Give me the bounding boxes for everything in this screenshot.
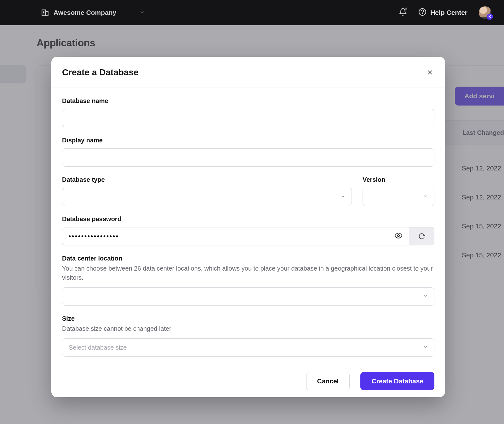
database-password-input[interactable]: [62, 227, 409, 245]
database-password-label: Database password: [62, 215, 434, 223]
size-select[interactable]: Select database size: [62, 338, 434, 357]
size-label: Size: [62, 315, 434, 322]
svg-rect-1: [45, 12, 48, 15]
close-button[interactable]: [426, 68, 434, 77]
help-center-button[interactable]: Help Center: [418, 8, 467, 18]
data-center-location-select[interactable]: [62, 287, 434, 306]
avatar-badge: K: [487, 14, 493, 20]
modal-title: Create a Database: [62, 67, 139, 77]
version-label: Version: [363, 176, 434, 183]
size-placeholder: Select database size: [69, 344, 127, 351]
version-select[interactable]: [363, 188, 434, 206]
help-center-label: Help Center: [430, 9, 467, 16]
topbar-right: Help Center K: [399, 6, 491, 19]
help-icon: [418, 8, 427, 18]
database-type-select[interactable]: [62, 188, 352, 206]
svg-point-6: [422, 13, 422, 14]
database-name-label: Database name: [62, 97, 434, 105]
company-icon: [41, 9, 49, 17]
company-name: Awesome Company: [54, 9, 116, 16]
database-type-label: Database type: [62, 176, 352, 183]
regenerate-password-button[interactable]: [409, 227, 434, 245]
svg-point-9: [398, 235, 399, 237]
modal-overlay[interactable]: Create a Database Database name Display …: [0, 25, 504, 424]
topbar: Awesome Company Help Center K: [0, 0, 504, 25]
show-password-button[interactable]: [395, 232, 402, 241]
data-center-location-label: Data center location: [62, 255, 434, 262]
display-name-input[interactable]: [62, 148, 434, 167]
create-database-modal: Create a Database Database name Display …: [51, 57, 445, 397]
database-name-input[interactable]: [62, 109, 434, 127]
notifications-button[interactable]: [399, 8, 407, 17]
size-help-text: Database size cannot be changed later: [62, 324, 434, 333]
cancel-button[interactable]: Cancel: [306, 372, 350, 390]
avatar[interactable]: K: [479, 6, 491, 19]
data-center-help-text: You can choose between 26 data center lo…: [62, 264, 434, 282]
display-name-label: Display name: [62, 137, 434, 144]
create-database-button[interactable]: Create Database: [360, 372, 434, 390]
company-switcher[interactable]: Awesome Company: [41, 9, 145, 17]
chevron-down-icon: [140, 9, 145, 16]
